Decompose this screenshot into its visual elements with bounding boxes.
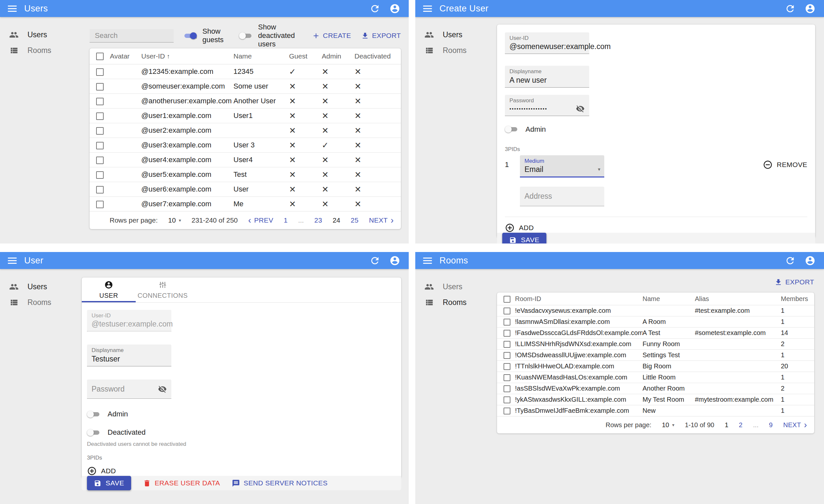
- search-input[interactable]: [94, 31, 190, 40]
- column-header-user-id[interactable]: User-ID↑: [141, 48, 233, 65]
- user-id-field[interactable]: User-ID @somenewuser:example.com: [505, 32, 589, 54]
- save-icon: [94, 480, 101, 487]
- create-button[interactable]: CREATE: [312, 32, 351, 40]
- refresh-icon[interactable]: [370, 3, 380, 14]
- pagination-page[interactable]: 9: [769, 421, 772, 429]
- row-checkbox[interactable]: [504, 319, 510, 326]
- password-field[interactable]: Password ••••••••••••••••: [505, 95, 589, 116]
- row-checkbox[interactable]: [504, 396, 510, 403]
- refresh-icon[interactable]: [785, 3, 796, 14]
- add-button[interactable]: ADD: [505, 223, 807, 233]
- displayname-field[interactable]: Displayname A new user: [505, 66, 589, 87]
- column-header-guest[interactable]: Guest: [289, 48, 322, 65]
- column-header-admin[interactable]: Admin: [322, 48, 354, 65]
- user-id-cell: @12345:example.com: [141, 65, 233, 79]
- room-id-cell: !KuasNWEMasdHasLOs:example.com: [515, 372, 642, 383]
- row-checkbox[interactable]: [504, 385, 510, 392]
- row-checkbox[interactable]: [96, 112, 104, 120]
- erase-user-data-button[interactable]: ERASE USER DATA: [143, 479, 220, 487]
- sidebar-item-users[interactable]: Users: [0, 27, 79, 42]
- sidebar-item-rooms[interactable]: Rooms: [415, 42, 494, 58]
- next-button[interactable]: NEXT›: [369, 216, 394, 224]
- save-button[interactable]: SAVE: [502, 233, 546, 244]
- pagination-page-current[interactable]: 1: [725, 421, 728, 429]
- table-row: !lasmnwASmDllasi:example.comA Room1: [497, 317, 814, 328]
- pagination-page[interactable]: 25: [351, 216, 359, 224]
- menu-icon[interactable]: [415, 6, 439, 12]
- visibility-off-icon[interactable]: [158, 385, 167, 393]
- column-header-name[interactable]: Name: [642, 292, 695, 305]
- menu-icon[interactable]: [0, 6, 24, 12]
- export-button[interactable]: EXPORT: [361, 32, 401, 40]
- sidebar-item-rooms[interactable]: Rooms: [415, 294, 494, 310]
- pagination-page[interactable]: 1: [284, 216, 288, 224]
- table-row: !OMSDsdweassllUUjjwe:example.comSettings…: [497, 350, 814, 361]
- row-checkbox[interactable]: [504, 330, 510, 337]
- row-checkbox[interactable]: [96, 98, 104, 105]
- refresh-icon[interactable]: [785, 255, 796, 266]
- address-field[interactable]: Address: [520, 186, 604, 206]
- visibility-off-icon[interactable]: [576, 104, 585, 113]
- account-circle-icon[interactable]: [805, 255, 816, 266]
- row-checkbox[interactable]: [504, 341, 510, 348]
- select-all-checkbox[interactable]: [504, 296, 510, 303]
- row-checkbox[interactable]: [96, 201, 104, 208]
- row-checkbox[interactable]: [96, 171, 104, 179]
- sidebar-item-rooms[interactable]: Rooms: [0, 294, 79, 310]
- row-checkbox[interactable]: [96, 186, 104, 194]
- row-checkbox[interactable]: [504, 374, 510, 381]
- menu-icon[interactable]: [0, 258, 24, 264]
- show-guests-switch[interactable]: [184, 32, 197, 39]
- account-circle-icon[interactable]: [805, 3, 816, 14]
- row-checkbox[interactable]: [504, 307, 510, 314]
- rows-per-page-select[interactable]: 10▾: [168, 216, 181, 224]
- column-header-deactivated[interactable]: Deactivated: [354, 48, 401, 65]
- sidebar-item-rooms[interactable]: Rooms: [0, 42, 79, 58]
- rows-per-page-select[interactable]: 10▾: [662, 421, 674, 429]
- account-circle-icon[interactable]: [390, 255, 400, 266]
- refresh-icon[interactable]: [370, 255, 380, 266]
- add-button[interactable]: ADD: [87, 466, 393, 476]
- column-header-members[interactable]: Members: [781, 292, 814, 305]
- prev-button[interactable]: ‹PREV: [248, 216, 273, 224]
- row-checkbox[interactable]: [96, 156, 104, 164]
- admin-switch[interactable]: [87, 410, 100, 418]
- column-header-alias[interactable]: Alias: [695, 292, 781, 305]
- chevron-left-icon: ‹: [248, 217, 251, 224]
- row-checkbox[interactable]: [504, 352, 510, 359]
- column-header-room-id[interactable]: Room-ID: [515, 292, 642, 305]
- pagination-page[interactable]: 23: [314, 216, 322, 224]
- admin-switch[interactable]: [505, 126, 518, 133]
- sidebar-item-users[interactable]: Users: [0, 279, 79, 294]
- displayname-field[interactable]: Displayname Testuser: [87, 345, 171, 366]
- password-field[interactable]: Password: [87, 379, 171, 399]
- row-checkbox[interactable]: [504, 408, 510, 414]
- column-header-name[interactable]: Name: [233, 48, 289, 65]
- row-checkbox[interactable]: [96, 142, 104, 149]
- select-all-checkbox[interactable]: [96, 52, 104, 60]
- deactivated-switch[interactable]: [87, 429, 100, 436]
- table-row: !TTnlslkHHweOLAD:example.comBig Room20: [497, 361, 814, 372]
- sidebar-item-users[interactable]: Users: [415, 279, 494, 294]
- row-checkbox[interactable]: [96, 83, 104, 91]
- row-checkbox[interactable]: [96, 68, 104, 76]
- show-deactivated-switch[interactable]: [239, 32, 252, 39]
- column-header-avatar[interactable]: Avatar: [110, 48, 141, 65]
- menu-icon[interactable]: [415, 258, 439, 264]
- send-server-notices-button[interactable]: SEND SERVER NOTICES: [232, 479, 328, 487]
- next-button[interactable]: NEXT›: [783, 421, 807, 429]
- room-id-cell: !TTnlslkHHweOLAD:example.com: [515, 361, 642, 372]
- pagination-page-current[interactable]: 24: [332, 216, 340, 224]
- row-checkbox[interactable]: [504, 363, 510, 370]
- remove-button[interactable]: REMOVE: [763, 155, 807, 170]
- export-button[interactable]: EXPORT: [774, 278, 814, 286]
- tab-user[interactable]: USER: [82, 277, 136, 302]
- account-circle-icon[interactable]: [390, 3, 400, 14]
- medium-select[interactable]: Medium Email ▾: [520, 155, 604, 177]
- save-button[interactable]: SAVE: [87, 476, 131, 490]
- row-checkbox[interactable]: [96, 127, 104, 135]
- tab-connections[interactable]: CONNECTIONS: [136, 277, 190, 302]
- sidebar-item-users[interactable]: Users: [415, 27, 494, 42]
- pagination-page[interactable]: 2: [739, 421, 743, 429]
- page-title: Users: [24, 4, 48, 14]
